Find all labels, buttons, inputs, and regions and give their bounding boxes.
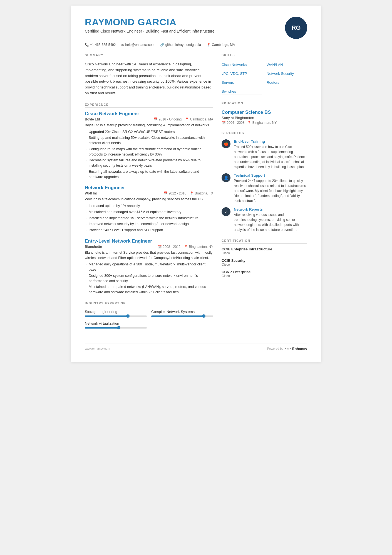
education-title: EDUCATION <box>222 102 307 106</box>
skills-section: SKILLS Cisco Networks WAN/LAN vPC, VDC, … <box>222 53 307 95</box>
cert-2: CCIE Security Cisco <box>222 258 307 267</box>
job-1-bullets: Upgraded 20+ Cisco ISR G2 VGW/CUBE/SRST … <box>85 129 213 180</box>
edu-location: 📍 Binghamton, NY <box>247 121 277 125</box>
footer-website: www.enhancv.com <box>85 347 110 350</box>
phone: 📞 +1-465-685-5492 <box>85 43 116 47</box>
github-icon: 🔗 <box>160 43 164 47</box>
strength-2-icon: 👤 <box>222 173 230 182</box>
job-1-meta: Boyle Ltd 📅 2016 - Ongoing 📍 Cambridge, … <box>85 117 213 121</box>
tagline: Certified Cisco Network Engineer - Build… <box>85 29 218 34</box>
job-2-bullet-1: Increased uptime by 1% annually <box>85 203 213 209</box>
expertise-item-2: Complex Network Systems <box>151 310 213 317</box>
education-section: EDUCATION Computer Science BS Suny at Bi… <box>222 102 307 125</box>
edu-school: Suny at Binghamton <box>222 116 307 120</box>
skill-network-security: Network Security <box>267 70 307 77</box>
job-1-bullet-5: Ensuring all networks are always up-to-d… <box>85 169 213 180</box>
job-2-title: Network Engineer <box>85 185 213 191</box>
progress-fill-2 <box>151 315 204 317</box>
github: 🔗 github.io/raymondgarcia <box>160 43 201 47</box>
job-1-bullet-2: Setting up and maintaining 50+ scalable … <box>85 135 213 146</box>
phone-icon: 📞 <box>85 43 89 47</box>
contact-bar: 📞 +1-465-685-5492 ✉ help@enhancv.com 🔗 g… <box>85 43 307 47</box>
summary-section: SUMMARY Cisco Network Engineer with 14+ … <box>85 53 213 96</box>
skill-wan-lan: WAN/LAN <box>267 61 307 68</box>
cert-3-org: Cisco <box>222 274 307 278</box>
job-3-period: 📅 2008 - 2012 <box>158 245 180 249</box>
expertise-grid: Storage engineering Complex Network Syst… <box>85 310 213 329</box>
strengths-section: STRENGTHS 🍎 End-User Training Trained 50… <box>222 131 307 232</box>
strength-2-content: Technical Support Provided 24×7 support … <box>234 173 307 203</box>
job-3-bullets: Managed daily operations of a 300+ node,… <box>85 262 213 295</box>
avatar: RG <box>285 17 307 39</box>
strength-1-text: Trained 500+ users on how to use Cisco n… <box>234 144 307 169</box>
footer: www.enhancv.com Powered by Enhancv <box>85 344 307 351</box>
job-1: Cisco Network Engineer Boyle Ltd 📅 2016 … <box>85 111 213 180</box>
industry-expertise-title: INDUSTRY EXPERTISE <box>85 302 213 306</box>
skill-cisco-networks: Cisco Networks <box>222 61 262 68</box>
strength-1-title: End-User Training <box>234 139 307 144</box>
location: 📍 Cambridge, MA <box>207 43 235 47</box>
cert-3-name: CCNP Enterprise <box>222 270 307 274</box>
job-2: Network Engineer Wolf Inc 📅 2012 - 2016 … <box>85 185 213 233</box>
progress-bar-2 <box>151 315 213 317</box>
skill-servers: Servers <box>222 79 262 86</box>
experience-title: EXPERIENCE <box>85 103 213 108</box>
cert-3: CCNP Enterprise Cisco <box>222 270 307 278</box>
footer-right: Powered by Enhancv <box>267 347 307 351</box>
job-1-period: 📅 2016 - Ongoing <box>153 117 182 121</box>
strengths-title: STRENGTHS <box>222 131 307 136</box>
skills-title: SKILLS <box>222 53 307 58</box>
expertise-label-3: Network virtualization <box>85 321 147 325</box>
email: ✉ help@enhancv.com <box>121 43 154 47</box>
certification-section: CERTIFICATION CCIE Enteprise Infrastruct… <box>222 239 307 278</box>
certification-title: CERTIFICATION <box>222 239 307 244</box>
expertise-label-1: Storage engineering <box>85 310 147 314</box>
strength-3-content: Network Reports After resolving various … <box>234 207 307 232</box>
job-2-bullet-5: Provided 24×7 Level 1 support and SLO su… <box>85 228 213 233</box>
job-1-bullet-1: Upgraded 20+ Cisco ISR G2 VGW/CUBE/SRST … <box>85 129 213 135</box>
cert-1: CCIE Enteprise Infrastructure Cisco <box>222 247 307 255</box>
strength-3: ✓ Network Reports After resolving variou… <box>222 207 307 232</box>
progress-bar-1 <box>85 315 147 317</box>
industry-expertise-section: INDUSTRY EXPERTISE Storage engineering C… <box>85 302 213 329</box>
summary-text: Cisco Network Engineer with 14+ years of… <box>85 61 213 96</box>
job-3: Entry-Level Network Engineer Blanchette … <box>85 238 213 295</box>
job-2-description: Wolf Inc is a telecommunications company… <box>85 197 213 202</box>
content: SUMMARY Cisco Network Engineer with 14+ … <box>85 53 307 335</box>
cert-2-name: CCIE Security <box>222 258 307 263</box>
strength-2: 👤 Technical Support Provided 24×7 suppor… <box>222 173 307 203</box>
progress-fill-1 <box>85 315 128 317</box>
job-3-location: 📍 Binghamton, NY <box>184 245 213 249</box>
job-2-company: Wolf Inc <box>85 191 98 195</box>
job-2-period: 📅 2012 - 2016 <box>163 191 186 195</box>
cert-2-org: Cisco <box>222 263 307 267</box>
header: RAYMOND GARCIA Certified Cisco Network E… <box>85 17 307 39</box>
strength-1-content: End-User Training Trained 500+ users on … <box>234 139 307 169</box>
left-column: SUMMARY Cisco Network Engineer with 14+ … <box>85 53 213 335</box>
skill-routers: Routers <box>267 79 307 86</box>
job-3-meta: Blanchette 📅 2008 - 2012 📍 Binghamton, N… <box>85 245 213 249</box>
job-3-bullet-3: Maintained and repaired networks (LAN/WA… <box>85 284 213 295</box>
job-1-bullet-4: Decreasing system failures and network-r… <box>85 158 213 168</box>
enhancv-logo-icon <box>285 347 291 350</box>
expertise-label-2: Complex Network Systems <box>151 310 213 314</box>
strength-1-icon: 🍎 <box>222 139 230 148</box>
progress-bar-3 <box>85 327 147 329</box>
enhancv-brand: Enhancv <box>292 347 307 351</box>
job-1-description: Boyle Ltd is a startup providing trainin… <box>85 123 213 128</box>
footer-powered-by: Powered by <box>267 347 283 350</box>
job-3-title: Entry-Level Network Engineer <box>85 238 213 244</box>
strength-2-title: Technical Support <box>234 173 307 177</box>
skill-switches: Switches <box>222 88 262 95</box>
email-icon: ✉ <box>121 43 124 47</box>
expertise-item-3: Network virtualization <box>85 321 147 329</box>
job-1-bullet-3: Configuring route maps with the redistri… <box>85 147 213 157</box>
job-1-title: Cisco Network Engineer <box>85 111 213 117</box>
job-2-meta: Wolf Inc 📅 2012 - 2016 📍 Brazoria, TX <box>85 191 213 195</box>
cert-1-name: CCIE Enteprise Infrastructure <box>222 247 307 251</box>
job-2-bullets: Increased uptime by 1% annually Maintain… <box>85 203 213 233</box>
expertise-item-1: Storage engineering <box>85 310 147 317</box>
job-2-location: 📍 Brazoria, TX <box>190 191 213 195</box>
job-3-description: Blanchette is an Internet Service provid… <box>85 250 213 261</box>
job-2-bullet-2: Maintained and managed over $15M of equi… <box>85 209 213 215</box>
